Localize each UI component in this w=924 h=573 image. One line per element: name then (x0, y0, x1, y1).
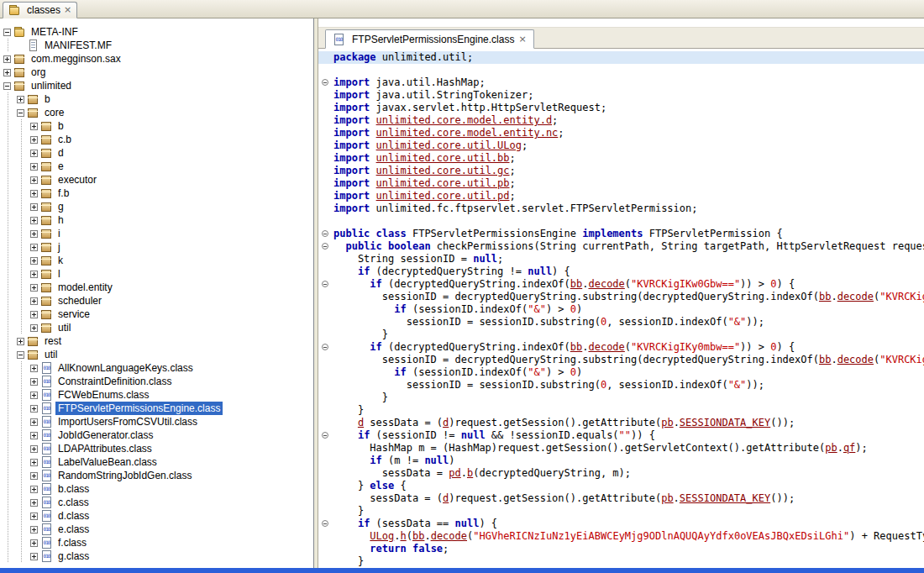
code-link[interactable]: SESSIONDATA_KEY (680, 417, 770, 428)
tree-item-constraintdefinition-class[interactable]: ConstraintDefinition.class (0, 375, 313, 388)
code-link[interactable]: bb (819, 291, 831, 302)
code-link[interactable]: unlimited.core.util.ULog (376, 139, 522, 151)
close-icon[interactable]: × (64, 6, 71, 14)
expand-icon[interactable] (30, 513, 38, 520)
tree-item-fcwebenums-class[interactable]: FCWebEnums.class (0, 388, 313, 402)
tree-item-util[interactable]: util (0, 348, 313, 361)
code-link[interactable]: unlimited.core.model.entity.d (376, 114, 553, 126)
expand-icon[interactable] (30, 163, 38, 171)
code-area[interactable]: package unlimited.util;import java.util.… (318, 49, 924, 568)
fold-collapse-icon[interactable] (322, 281, 328, 287)
tree-item-b-class[interactable]: b.class (0, 482, 313, 496)
tree-item-g-class[interactable]: g.class (0, 549, 313, 563)
code-link[interactable]: decode (431, 530, 467, 542)
expand-icon[interactable] (30, 203, 38, 211)
tree-item-allknownlanguagekeys-class[interactable]: AllKnownLanguageKeys.class (0, 361, 313, 375)
collapse-icon[interactable] (17, 109, 24, 117)
tree-item-meta-inf[interactable]: META-INF (0, 25, 313, 39)
tree-item-randomstringjobidgen-class[interactable]: RandomStringJobIdGen.class (0, 469, 313, 482)
tree-item-k[interactable]: k (0, 254, 313, 267)
expand-icon[interactable] (30, 418, 38, 426)
expand-icon[interactable] (30, 176, 38, 184)
tree-item-importusersfromcsvutil-class[interactable]: ImportUsersFromCSVUtil.class (0, 415, 313, 428)
tree-item-j[interactable]: j (0, 240, 313, 254)
tree-item-service[interactable]: service (0, 308, 313, 321)
expand-icon[interactable] (30, 324, 38, 332)
expand-icon[interactable] (30, 244, 38, 251)
expand-icon[interactable] (30, 365, 38, 372)
tree-item-jobidgenerator-class[interactable]: JobIdGenerator.class (0, 428, 313, 442)
code-link[interactable]: decode (588, 278, 624, 290)
expand-icon[interactable] (3, 55, 11, 63)
expand-icon[interactable] (30, 539, 38, 547)
expand-icon[interactable] (30, 257, 38, 265)
code-link[interactable]: unlimited.core.util.pb (376, 177, 510, 189)
code-link[interactable]: unlimited.core.util.gc (376, 165, 510, 176)
expand-icon[interactable] (30, 311, 38, 318)
code-link[interactable]: SESSIONDATA_KEY (680, 492, 770, 504)
tree-item-f-b[interactable]: f.b (0, 187, 313, 200)
tree-item-i[interactable]: i (0, 227, 313, 240)
tree-item-b[interactable]: b (0, 119, 313, 133)
code-link[interactable]: bb (819, 354, 831, 365)
collapse-icon[interactable] (17, 351, 24, 359)
expand-icon[interactable] (30, 486, 38, 493)
tree-item-core[interactable]: core (0, 106, 313, 119)
expand-icon[interactable] (30, 445, 38, 453)
tree-item-d[interactable]: d (0, 146, 313, 160)
code-link[interactable]: pb (661, 492, 673, 504)
tree-item-l[interactable]: l (0, 267, 313, 281)
fold-collapse-icon[interactable] (322, 520, 328, 527)
tree-item-h[interactable]: h (0, 213, 313, 227)
tree-item-c-b[interactable]: c.b (0, 133, 313, 146)
tree-item-e-class[interactable]: e.class (0, 523, 313, 536)
code-link[interactable]: decode (588, 341, 624, 353)
tab-classes[interactable]: classes × (3, 2, 77, 18)
fold-collapse-icon[interactable] (322, 230, 328, 237)
expand-icon[interactable] (30, 150, 38, 157)
tree-item-unlimited[interactable]: unlimited (0, 79, 313, 92)
tree-item-com-megginson-sax[interactable]: com.megginson.sax (0, 52, 313, 66)
expand-icon[interactable] (30, 392, 38, 399)
code-link[interactable]: h (401, 530, 407, 542)
expand-icon[interactable] (30, 136, 38, 144)
collapse-icon[interactable] (3, 82, 11, 90)
tree-item-model-entity[interactable]: model.entity (0, 281, 313, 294)
expand-icon[interactable] (30, 526, 38, 534)
tree-item-g[interactable]: g (0, 200, 313, 213)
tree-item-rest[interactable]: rest (0, 334, 313, 348)
expand-icon[interactable] (30, 217, 38, 224)
expand-icon[interactable] (30, 123, 38, 130)
expand-icon[interactable] (30, 378, 38, 386)
tree-item-b[interactable]: b (0, 92, 313, 106)
collapse-icon[interactable] (3, 29, 11, 36)
tree-item-labelvaluebean-class[interactable]: LabelValueBean.class (0, 455, 313, 469)
code-link[interactable]: bb (570, 278, 582, 290)
expand-icon[interactable] (30, 271, 38, 278)
code-link[interactable]: pb (825, 442, 837, 454)
expand-icon[interactable] (30, 499, 38, 507)
code-link[interactable]: pd (449, 467, 460, 479)
expand-icon[interactable] (30, 459, 38, 466)
expand-icon[interactable] (30, 432, 38, 439)
code-link[interactable]: unlimited.core.util.bb (376, 152, 510, 164)
code-link[interactable]: unlimited.core.model.entity.nc (376, 127, 559, 139)
code-link[interactable]: unlimited.core.util.pd (376, 190, 510, 202)
code-link[interactable]: bb (412, 530, 424, 542)
expand-icon[interactable] (3, 69, 11, 76)
code-link[interactable]: decode (837, 291, 874, 302)
tree-item-c-class[interactable]: c.class (0, 496, 313, 509)
expand-icon[interactable] (30, 190, 38, 197)
expand-icon[interactable] (30, 297, 38, 305)
expand-icon[interactable] (30, 553, 38, 560)
tree-item-f-class[interactable]: f.class (0, 536, 313, 549)
code-link[interactable]: pb (661, 417, 673, 428)
expand-icon[interactable] (30, 230, 38, 238)
expand-icon[interactable] (30, 284, 38, 292)
tree-item-util[interactable]: util (0, 321, 313, 334)
tree-item-org[interactable]: org (0, 66, 313, 79)
code-link[interactable]: bb (570, 341, 582, 353)
tree-item-executor[interactable]: executor (0, 173, 313, 187)
expand-icon[interactable] (30, 472, 38, 480)
code-link[interactable]: ULog (370, 530, 394, 542)
